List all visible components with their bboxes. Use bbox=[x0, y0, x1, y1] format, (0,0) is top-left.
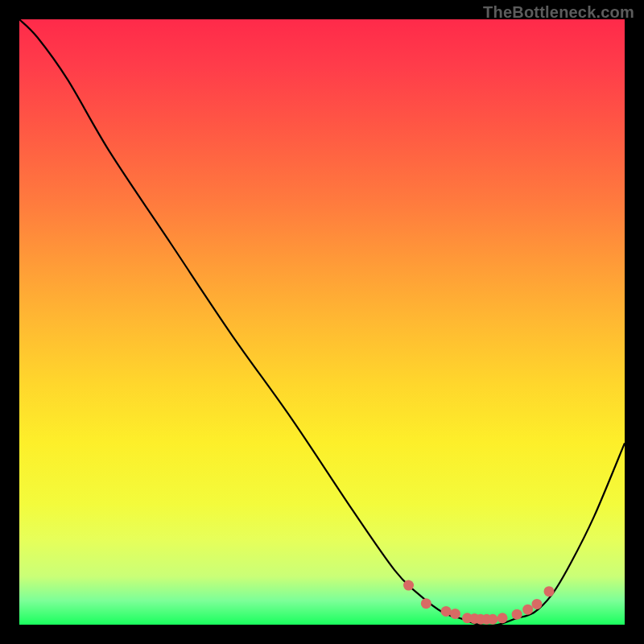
bottleneck-curve bbox=[19, 19, 625, 625]
curve-layer bbox=[19, 19, 625, 625]
marker-dot bbox=[512, 609, 522, 620]
plot-area bbox=[19, 19, 625, 625]
marker-dot bbox=[403, 580, 414, 591]
marker-dot bbox=[522, 605, 533, 615]
marker-dot bbox=[450, 609, 460, 619]
marker-dot bbox=[497, 613, 508, 623]
marker-dot bbox=[488, 614, 498, 625]
markers-group bbox=[403, 580, 554, 625]
watermark-text: TheBottleneck.com bbox=[483, 3, 634, 22]
marker-dot bbox=[531, 599, 542, 609]
chart-frame: TheBottleneck.com bbox=[0, 0, 644, 644]
marker-dot bbox=[544, 586, 555, 597]
marker-dot bbox=[421, 598, 431, 609]
marker-dot bbox=[441, 606, 452, 617]
